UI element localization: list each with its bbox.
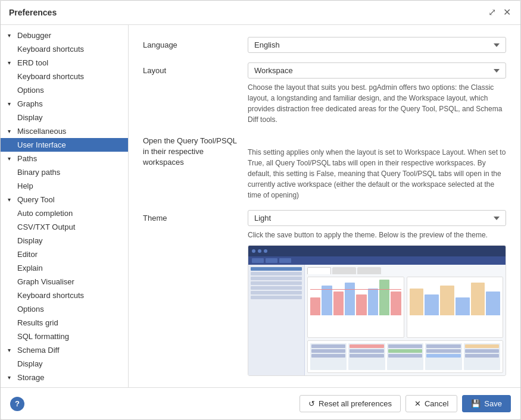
language-select-wrapper: English — [248, 37, 506, 53]
child-label: User Interface — [17, 140, 66, 149]
sidebar-item-qt-editor[interactable]: Editor — [1, 247, 128, 261]
bottom-col-3 — [387, 343, 423, 370]
group-label: Storage — [17, 373, 45, 382]
bottom-col-1 — [310, 343, 347, 370]
sidebar-item-graphs-display[interactable]: Display — [1, 111, 128, 124]
sidebar-item-debugger[interactable]: ▾Debugger — [1, 29, 128, 42]
theme-control: Light Click the save button to apply the… — [248, 210, 506, 376]
sidebar-item-schema-diff[interactable]: ▾Schema Diff — [1, 343, 128, 357]
toolbar-item-3 — [279, 258, 291, 263]
dialog-footer: ? ↺ Reset all preferences ✕ Cancel 💾 Sav… — [1, 387, 520, 419]
child-label: Binary paths — [17, 168, 60, 177]
sidebar-item-erd-keyboard[interactable]: Keyboard shortcuts — [1, 70, 128, 83]
bar2-4 — [456, 297, 470, 315]
sidebar-item-qt-csv[interactable]: CSV/TXT Output — [1, 220, 128, 234]
sidebar-item-qt-display[interactable]: Display — [1, 234, 128, 247]
layout-row: Layout Workspace Choose the layout that … — [143, 62, 506, 125]
child-label: Keyboard shortcuts — [17, 72, 84, 81]
sidebar-item-preview-4 — [251, 281, 302, 285]
expand-button[interactable]: ⤢ — [487, 7, 497, 18]
child-label: Results grid — [17, 318, 58, 327]
layout-control: Workspace Choose the layout that suits y… — [248, 62, 506, 125]
bottom-row-2-3 — [350, 354, 383, 358]
bottom-row-5-1 — [465, 344, 499, 348]
chevron-icon: ▾ — [8, 196, 15, 203]
header-actions: ⤢ ✕ — [487, 7, 512, 18]
sidebar-item-preview-2 — [251, 272, 302, 275]
sidebar-item-storage[interactable]: ▾Storage — [1, 371, 128, 384]
close-button[interactable]: ✕ — [502, 7, 512, 18]
layout-description: Choose the layout that suits you best. p… — [248, 82, 506, 125]
toggle-label: Open the Query Tool/PSQL in their respec… — [143, 134, 238, 168]
save-label: Save — [484, 399, 502, 408]
sidebar-item-sd-display[interactable]: Display — [1, 357, 128, 371]
cancel-label: Cancel — [425, 399, 448, 408]
bar2-2 — [425, 294, 439, 315]
sidebar-item-qt-options[interactable]: Options — [1, 302, 128, 316]
bottom-row-5-2 — [465, 349, 499, 353]
sidebar-item-query-tool[interactable]: ▾Query Tool — [1, 193, 128, 206]
bar2-5 — [471, 283, 485, 315]
sidebar-item-qt-results[interactable]: Results grid — [1, 316, 128, 330]
theme-select[interactable]: Light — [248, 210, 506, 226]
sidebar-item-miscellaneous[interactable]: ▾Miscellaneous — [1, 124, 128, 138]
sidebar-item-preview-7 — [251, 296, 302, 299]
bottom-row-3-3 — [388, 354, 422, 358]
chevron-icon: ▾ — [8, 155, 15, 162]
bottom-row-3-1 — [388, 344, 422, 348]
child-label: Options — [17, 305, 44, 314]
toggle-row: Open the Query Tool/PSQL in their respec… — [143, 134, 506, 200]
group-label: Graphs — [17, 99, 43, 108]
theme-preview — [248, 245, 506, 376]
preview-tab-1 — [307, 267, 331, 274]
language-control: English — [248, 37, 506, 53]
dialog-header: Preferences ⤢ ✕ — [1, 1, 520, 25]
preview-tab-2 — [332, 267, 356, 274]
sidebar-item-debugger-keyboard[interactable]: Keyboard shortcuts — [1, 42, 128, 56]
chevron-icon: ▾ — [8, 347, 15, 353]
sidebar-item-user-interface[interactable]: User Interface — [1, 138, 128, 152]
bar-8 — [391, 292, 401, 315]
language-label: Language — [143, 37, 238, 49]
sidebar-item-erd-options[interactable]: Options — [1, 83, 128, 97]
language-row: Language English — [143, 37, 506, 53]
chart-line — [310, 289, 401, 290]
preview-inner — [248, 246, 506, 375]
bar-5 — [356, 294, 366, 315]
sidebar-item-qt-explain[interactable]: Explain — [1, 261, 128, 275]
save-button[interactable]: 💾 Save — [462, 395, 511, 412]
bar-4 — [345, 283, 355, 315]
toolbar-item-2 — [266, 258, 277, 263]
theme-row: Theme Light Click the save button to app… — [143, 210, 506, 376]
sidebar-item-qt-keyboard[interactable]: Keyboard shortcuts — [1, 289, 128, 302]
preview-dot-1 — [252, 249, 255, 253]
theme-select-wrapper: Light — [248, 210, 506, 226]
bar-1 — [310, 297, 320, 315]
bottom-row-2-2 — [350, 349, 383, 353]
sidebar-item-paths-help[interactable]: Help — [1, 179, 128, 193]
sidebar-item-qt-auto[interactable]: Auto completion — [1, 206, 128, 220]
child-label: SQL formatting — [17, 332, 69, 341]
preview-bottom-chart — [307, 340, 503, 373]
language-select[interactable]: English — [248, 37, 506, 53]
sidebar-item-qt-sql[interactable]: SQL formatting — [1, 330, 128, 343]
sidebar-item-paths-binary[interactable]: Binary paths — [1, 165, 128, 179]
cancel-button[interactable]: ✕ Cancel — [405, 395, 457, 412]
help-button[interactable]: ? — [10, 397, 24, 411]
child-label: Display — [17, 359, 43, 368]
group-label: Schema Diff — [17, 346, 60, 355]
preview-tabs — [307, 267, 503, 274]
sidebar-item-graphs[interactable]: ▾Graphs — [1, 97, 128, 111]
chart-bars-1 — [310, 280, 401, 315]
chevron-icon: ▾ — [8, 59, 15, 66]
sidebar-item-erd-tool[interactable]: ▾ERD tool — [1, 56, 128, 70]
layout-select[interactable]: Workspace — [248, 62, 506, 79]
bottom-row-5-3 — [465, 354, 499, 358]
sidebar-item-paths[interactable]: ▾Paths — [1, 152, 128, 165]
reset-icon: ↺ — [308, 399, 315, 408]
reset-button[interactable]: ↺ Reset all preferences — [300, 395, 401, 412]
bottom-row-2-1 — [350, 344, 383, 348]
child-label: Graph Visualiser — [17, 277, 74, 286]
sidebar-item-qt-graph-vis[interactable]: Graph Visualiser — [1, 275, 128, 289]
chevron-icon: ▾ — [8, 128, 15, 134]
